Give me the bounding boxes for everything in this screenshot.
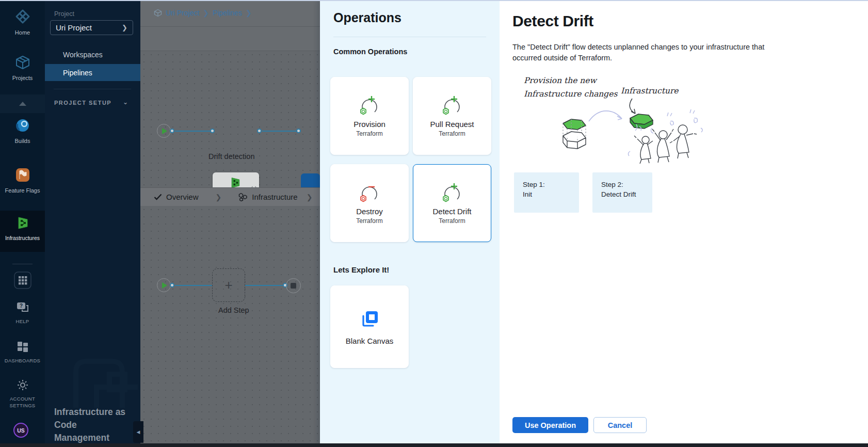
home-logo-icon [14,8,31,25]
edge-dot [170,283,174,288]
detail-description: The "Detect Drift" flow detects unplanne… [512,42,791,63]
edge-line [175,131,212,132]
chevron-right-icon: ❯ [307,193,313,201]
chevron-left-icon: ◀ [137,429,140,435]
sidebar-item-account-settings[interactable]: ACCOUNT SETTINGS [0,379,45,409]
sidebar-item-label: Home [0,29,45,36]
operation-card-subtitle: Terraform [356,130,382,137]
breadcrumb: Uri Project ❯ Pipelines ❯ [154,9,252,17]
check-icon [154,194,162,200]
tab-label: Overview [166,193,199,201]
sidebar-item-label: Builds [0,138,45,144]
infrastructures-icon [15,216,30,230]
module-title: Infrastructure as Code Management [54,406,130,444]
step-name: Init [523,189,579,199]
stage-canvas[interactable]: Drift detection [140,51,320,187]
detect-drift-terraform-icon [440,182,464,204]
rail-collapse-band[interactable] [0,94,45,113]
operation-card-blank-canvas[interactable]: Blank Canvas [330,285,409,368]
illustration-caption-left-2: Infrastructure changes [524,89,618,99]
use-operation-button[interactable]: Use Operation [512,417,588,433]
nav-rail: Home Projects Builds [0,0,45,447]
provision-terraform-icon [358,95,381,117]
tab-label: Infrastructure [252,193,297,201]
sidebar-item-label: Pipelines [63,69,92,77]
operation-card-pull-request[interactable]: Pull Request Terraform [413,77,491,155]
module-selector-button[interactable] [0,272,45,291]
project-setup-label: PROJECT SETUP [54,100,111,106]
user-avatar[interactable]: US [13,423,28,438]
execution-start-node[interactable] [157,278,171,292]
project-cube-icon [154,9,162,17]
breadcrumb-pipelines-link[interactable]: Pipelines [213,9,242,17]
execution-end-node[interactable] [286,278,301,293]
operation-card-title: Provision [353,120,385,129]
common-operations-heading: Common Operations [333,47,407,56]
breadcrumb-bar: Uri Project ❯ Pipelines ❯ [140,0,320,27]
sidebar-item-dashboards[interactable]: DASHBOARDS [0,341,45,363]
stage-node-label: Drift detection [208,152,254,161]
detect-drift-illustration: Provision the new Infrastructure changes… [512,69,729,169]
edge-dot [210,129,215,133]
project-name: Uri Project [56,23,92,32]
blank-canvas-icon [359,309,380,329]
sidebar-item-label: ACCOUNT SETTINGS [0,395,45,409]
project-selector[interactable]: Uri Project ❯ [50,20,133,35]
help-chat-icon: ? [16,301,29,314]
window-bottom-edge [0,443,868,447]
sidebar-item-workspaces[interactable]: Workspaces [45,46,140,63]
stage-tabbar: Overview ❯ Infrastructure ❯ [140,187,320,206]
sidebar-item-builds[interactable]: Builds [0,118,45,144]
execution-canvas[interactable]: + Add Step [140,206,320,443]
play-icon [162,128,167,134]
sidebar-collapse-button[interactable]: ◀ [133,421,143,443]
add-step-label: Add Step [218,306,249,314]
tab-infrastructure[interactable]: Infrastructure [238,193,297,201]
sidebar-item-label: Projects [0,75,45,81]
avatar-initials: US [17,427,25,434]
cancel-button[interactable]: Cancel [593,417,647,433]
operation-card-provision[interactable]: Provision Terraform [330,77,409,155]
add-step-node[interactable]: + [212,268,245,302]
project-label: Project [54,10,74,18]
project-setup-toggle[interactable]: PROJECT SETUP ⌄ [54,100,111,106]
builds-icon [15,118,30,133]
operation-card-subtitle: Terraform [439,130,465,137]
divider [54,89,131,89]
sidebar-item-label: Feature Flags [0,187,45,194]
sidebar-item-help[interactable]: ? HELP [0,301,45,324]
sidebar-item-home[interactable]: Home [0,8,45,36]
pull-request-terraform-icon [440,95,464,117]
hexagons-icon [238,193,248,201]
pipeline-start-node[interactable] [157,124,171,138]
pipeline-studio: Uri Project ❯ Pipelines ❯ Drift pipeline [140,0,320,447]
edge-dot [296,129,301,133]
pipeline-titlebar: Drift pipeline [140,27,320,51]
rail-divider [12,264,33,264]
grid-icon [14,272,31,289]
operation-card-subtitle: Terraform [356,217,382,225]
operation-card-detect-drift[interactable]: Detect Drift Terraform [413,164,491,242]
sidebar-item-infrastructures[interactable]: Infrastructures [0,211,45,252]
operation-card-subtitle: Terraform [439,217,465,225]
step-number: Step 2: [601,180,652,189]
stop-icon [291,283,296,289]
detail-title: Detect Drift [512,12,593,30]
sidebar-item-feature-flags[interactable]: Feature Flags [0,167,45,194]
sidebar-item-label: Workspaces [63,51,103,59]
chevron-up-icon [19,102,26,106]
edge-line [262,131,299,132]
breadcrumb-separator: ❯ [203,9,209,17]
project-sidebar: Project Uri Project ❯ Workspaces Pipelin… [45,0,140,447]
operation-card-title: Pull Request [430,120,474,129]
step-name: Detect Drift [601,189,652,199]
operation-card-destroy[interactable]: Destroy Terraform [330,164,409,242]
tab-overview[interactable]: Overview [154,193,199,201]
sidebar-item-projects[interactable]: Projects [0,55,45,81]
operation-card-title: Destroy [356,207,383,216]
chevron-down-icon: ⌄ [123,99,128,106]
sidebar-item-pipelines[interactable]: Pipelines [45,64,140,81]
cube-icon [15,55,30,70]
breadcrumb-project-link[interactable]: Uri Project [166,9,199,17]
app-window: Home Projects Builds [0,0,868,447]
